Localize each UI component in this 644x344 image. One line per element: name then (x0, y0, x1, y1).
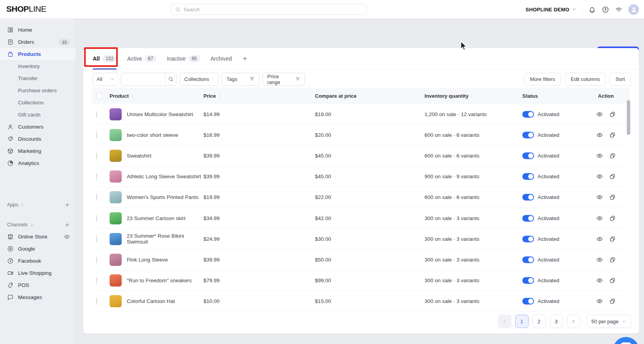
preview-eye-icon[interactable] (596, 215, 603, 222)
row-checkbox[interactable] (96, 236, 97, 242)
preview-eye-icon[interactable] (596, 256, 603, 263)
product-cell[interactable]: Pink Long Sleeve (110, 254, 203, 266)
add-channel-icon[interactable] (65, 222, 70, 228)
sidebar-item-messages[interactable]: Messages (0, 291, 76, 303)
duplicate-copy-icon[interactable] (609, 152, 616, 159)
duplicate-copy-icon[interactable] (609, 111, 616, 118)
duplicate-copy-icon[interactable] (609, 256, 616, 263)
page-button-2[interactable]: 2 (532, 315, 546, 328)
product-name[interactable]: 23 Summer* Rose Bikini Swimsuit (127, 233, 203, 245)
sidebar-item-purchase-orders[interactable]: Purchase orders (0, 84, 76, 97)
sidebar-item-transfer[interactable]: Transfer (0, 72, 76, 84)
sidebar-section-apps[interactable]: Apps (0, 199, 76, 211)
product-name[interactable]: Athletic Long Sleeve Sweatshirt (127, 174, 201, 179)
preview-eye-icon[interactable] (596, 152, 603, 159)
status-toggle[interactable] (522, 111, 534, 118)
status-toggle[interactable] (522, 277, 534, 284)
product-cell[interactable]: Sweatshirt (110, 150, 203, 162)
page-size-select[interactable]: 50 per page (586, 315, 631, 328)
tags-filter[interactable]: Tags (222, 73, 259, 86)
sort-arrows-icon[interactable] (218, 93, 221, 99)
sidebar-item-online-store[interactable]: Online Store (0, 231, 76, 243)
product-cell[interactable]: "Run to Freedom" sneakers (110, 274, 203, 287)
help-icon[interactable]: ? (602, 6, 609, 13)
view-store-eye-icon[interactable] (64, 234, 70, 240)
sort-button[interactable]: Sort (610, 73, 631, 86)
product-cell[interactable]: Colorful Cartoon Hat (110, 295, 203, 307)
table-search-button[interactable] (165, 73, 176, 85)
product-name[interactable]: Colorful Cartoon Hat (127, 298, 175, 304)
preview-eye-icon[interactable] (596, 298, 603, 305)
product-cell[interactable]: Athletic Long Sleeve Sweatshirt (110, 170, 203, 183)
sidebar-item-products[interactable]: Products (0, 48, 76, 60)
sidebar-item-home[interactable]: Home (0, 24, 76, 36)
column-header-price[interactable]: Price (203, 93, 315, 99)
row-checkbox[interactable] (96, 277, 97, 284)
row-checkbox[interactable] (96, 194, 97, 201)
add-apps-icon[interactable] (65, 202, 70, 208)
status-toggle[interactable] (522, 132, 534, 138)
sidebar-item-live-shopping[interactable]: Live Shopping (0, 267, 76, 279)
row-checkbox[interactable] (96, 111, 97, 118)
sidebar-item-inventory[interactable]: Inventory (0, 60, 76, 72)
product-cell[interactable]: two-color short sleeve (110, 129, 203, 141)
tab-all[interactable]: All132 (93, 48, 117, 70)
sidebar-item-analytics[interactable]: Analytics (0, 157, 76, 169)
next-page-button[interactable] (567, 315, 580, 328)
duplicate-copy-icon[interactable] (609, 298, 616, 305)
sidebar-item-marketing[interactable]: Marketing (0, 145, 76, 157)
row-checkbox[interactable] (96, 132, 97, 138)
product-name[interactable]: Pink Long Sleeve (127, 257, 168, 263)
edit-columns-button[interactable]: Edit columns (565, 73, 606, 86)
product-name[interactable]: two-color short sleeve (127, 132, 178, 138)
product-cell[interactable]: 23 Summer* Rose Bikini Swimsuit (110, 233, 203, 245)
search-scope-select[interactable]: All (93, 73, 119, 86)
preview-eye-icon[interactable] (596, 173, 603, 180)
vertical-scrollbar[interactable] (627, 100, 630, 135)
product-name[interactable]: 23 Summer Cartoon skirt (127, 215, 185, 221)
column-header-inventory-quantity[interactable]: Inventory quantity (425, 93, 522, 99)
page-button-3[interactable]: 3 (550, 315, 563, 328)
sidebar-section-channels[interactable]: Channels (0, 219, 76, 231)
row-checkbox[interactable] (96, 256, 97, 263)
sidebar-item-orders[interactable]: Orders15 (0, 36, 76, 48)
row-checkbox[interactable] (96, 152, 97, 159)
collections-filter[interactable]: Collections (180, 73, 219, 86)
sort-arrows-icon[interactable] (470, 93, 474, 99)
more-filters-button[interactable]: More filters (524, 73, 561, 86)
sidebar-item-pos[interactable]: POS (0, 279, 76, 291)
status-toggle[interactable] (522, 236, 534, 242)
product-cell[interactable]: 23 Summer Cartoon skirt (110, 212, 203, 224)
row-checkbox[interactable] (96, 215, 97, 222)
product-cell[interactable]: Unisex Multicolor Sweatshirt (110, 108, 203, 120)
duplicate-copy-icon[interactable] (609, 194, 616, 201)
status-toggle[interactable] (522, 152, 534, 159)
select-all-checkbox[interactable] (96, 93, 103, 99)
duplicate-copy-icon[interactable] (609, 236, 616, 242)
row-checkbox[interactable] (96, 298, 97, 305)
preview-eye-icon[interactable] (596, 277, 603, 284)
product-name[interactable]: "Run to Freedom" sneakers (127, 278, 192, 283)
product-name[interactable]: Sweatshirt (127, 153, 151, 159)
tab-active[interactable]: Active67 (127, 48, 156, 70)
table-search-input[interactable] (121, 73, 165, 85)
product-name[interactable]: Unisex Multicolor Sweatshirt (127, 111, 193, 117)
preview-eye-icon[interactable] (596, 132, 603, 138)
product-name[interactable]: Women's Sports Printed Pants (127, 194, 198, 200)
duplicate-copy-icon[interactable] (609, 132, 616, 138)
tab-archived[interactable]: Archived (210, 48, 232, 70)
sidebar-item-collections[interactable]: Collections (0, 97, 76, 109)
global-search-input[interactable] (183, 7, 363, 13)
row-checkbox[interactable] (96, 173, 97, 180)
sidebar-item-discounts[interactable]: Discounts (0, 133, 76, 145)
product-cell[interactable]: Women's Sports Printed Pants (110, 191, 203, 203)
global-search[interactable] (171, 4, 367, 15)
preview-eye-icon[interactable] (596, 111, 603, 118)
page-button-1[interactable]: 1 (515, 315, 529, 328)
duplicate-copy-icon[interactable] (609, 277, 616, 284)
add-tab-icon[interactable] (242, 56, 248, 61)
price-range-filter[interactable]: Price range (263, 73, 305, 86)
status-toggle[interactable] (522, 298, 534, 305)
tab-inactive[interactable]: Inactive65 (167, 48, 200, 70)
sort-arrows-icon[interactable] (130, 93, 134, 99)
